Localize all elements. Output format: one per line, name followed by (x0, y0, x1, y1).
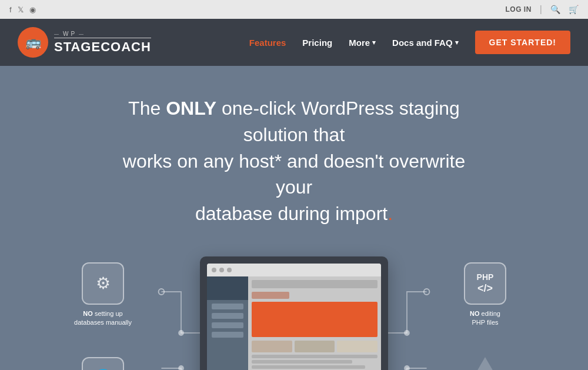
nav-pricing[interactable]: Pricing (302, 38, 332, 48)
top-bar: f 𝕏 ◉ LOG IN | 🔍 🛒 (0, 0, 588, 19)
screen-sidebar-header (207, 276, 248, 300)
logo[interactable]: 🚌 WP STAGECOACH (18, 27, 151, 58)
features-right: PHP</> NO editingPHP files 🌐 NO sub doma… (453, 262, 517, 370)
triangle-shape (464, 357, 506, 370)
nav-more[interactable]: More (349, 38, 376, 48)
rss-icon[interactable]: ◉ (29, 5, 36, 14)
screen-line-2 (252, 360, 352, 364)
divider: | (540, 4, 542, 15)
screen-sidebar-item-2 (212, 313, 243, 319)
triangle-icon-wrap: 🌐 (464, 357, 506, 370)
login-link[interactable]: LOG IN (506, 5, 532, 14)
nav-links: Features Pricing More Docs and FAQ GET S… (249, 31, 570, 54)
facebook-icon[interactable]: f (9, 5, 12, 14)
social-links: f 𝕏 ◉ (9, 5, 36, 14)
svg-point-2 (178, 365, 184, 370)
nav-docs-faq[interactable]: Docs and FAQ (392, 38, 459, 48)
navbar: 🚌 WP STAGECOACH Features Pricing More Do… (0, 19, 588, 66)
svg-point-4 (424, 289, 430, 295)
features-left: ⚙ NO setting updatabases manually 🌐 NO D… (71, 262, 135, 370)
screen-content (207, 276, 381, 370)
db-icon-box: ⚙ (82, 262, 124, 305)
svg-point-0 (178, 330, 184, 336)
screen-sidebar (207, 276, 248, 370)
hero-illustration: ⚙ NO setting updatabases manually 🌐 NO D… (12, 256, 576, 370)
php-icon-box: PHP</> (464, 262, 506, 305)
screen-block-1 (252, 341, 292, 352)
screen-line-3 (252, 365, 365, 369)
no-php-feature: PHP</> NO editingPHP files (453, 262, 517, 328)
no-dns-feature: 🌐 NO DNSconfiguration (71, 357, 135, 370)
screen-orange-block (252, 302, 377, 337)
screen-accent-bar (252, 292, 289, 299)
svg-point-3 (404, 330, 410, 336)
cart-icon[interactable]: 🛒 (569, 5, 579, 14)
screen-block-3 (337, 341, 377, 352)
screen-dot-2 (219, 268, 224, 272)
screen-topbar (207, 264, 381, 276)
hero-title: The ONLY one-click WordPress staging sol… (103, 95, 485, 227)
screen-header-bar (252, 280, 377, 288)
monitor (200, 256, 388, 370)
screen-line-1 (252, 355, 377, 358)
screen-lines (252, 355, 377, 369)
logo-text: WP STAGECOACH (54, 31, 151, 55)
nav-features[interactable]: Features (249, 38, 286, 48)
top-bar-right: LOG IN | 🔍 🛒 (506, 4, 579, 15)
screen-sidebar-item-3 (212, 322, 243, 328)
screen-sidebar-item-4 (212, 332, 243, 338)
no-db-label: NO setting updatabases manually (74, 309, 132, 328)
logo-icon: 🚌 (18, 27, 48, 58)
twitter-icon[interactable]: 𝕏 (18, 5, 24, 14)
svg-point-5 (404, 365, 410, 370)
search-icon[interactable]: 🔍 (550, 5, 560, 14)
dns-icon-box: 🌐 (82, 357, 124, 370)
get-started-button[interactable]: GET STARTED! (475, 31, 570, 54)
screen-main (248, 276, 381, 370)
screen-sidebar-item-1 (212, 304, 243, 309)
monitor-body (200, 256, 388, 370)
logo-stagecoach: STAGECOACH (54, 39, 151, 55)
no-php-label: NO editingPHP files (470, 309, 500, 328)
screen-block-2 (295, 341, 335, 352)
hero-section: The ONLY one-click WordPress staging sol… (0, 66, 588, 370)
svg-point-1 (159, 289, 165, 295)
screen-dot-1 (212, 268, 216, 272)
no-subdomain-feature: 🌐 NO sub domainor paths set up (453, 357, 517, 370)
screen-dot-3 (227, 268, 232, 272)
no-db-feature: ⚙ NO setting updatabases manually (71, 262, 135, 328)
screen-content-blocks (252, 341, 377, 352)
logo-wp: WP (54, 31, 151, 38)
monitor-screen (207, 264, 381, 370)
